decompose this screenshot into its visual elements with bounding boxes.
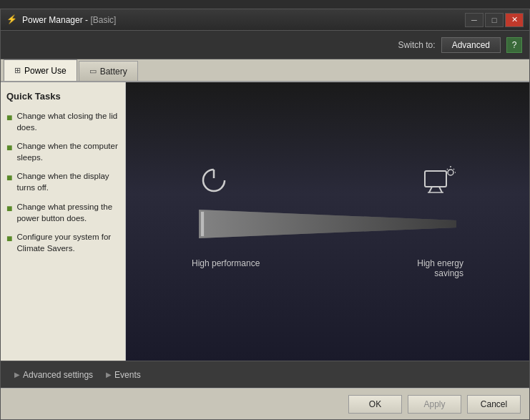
slider-thumb[interactable] (200, 211, 205, 237)
ok-button[interactable]: OK (348, 395, 402, 414)
tab-row: ⊞ Power Use ▭ Battery (1, 59, 529, 82)
bullet-icon: ■ (6, 171, 12, 185)
maximize-button[interactable]: □ (485, 13, 504, 27)
cancel-button[interactable]: Cancel (467, 395, 521, 414)
sidebar-item-sleep[interactable]: ■ Change when the computer sleeps. (6, 140, 119, 163)
apply-button[interactable]: Apply (408, 395, 461, 414)
advanced-settings-section[interactable]: ▶ Advanced settings (8, 365, 99, 385)
advanced-button[interactable]: Advanced (441, 37, 501, 53)
bottom-sections-bar: ▶ Advanced settings ▶ Events (1, 361, 529, 388)
sidebar-item-display[interactable]: ■ Change when the display turns off. (6, 170, 119, 193)
tab-battery-label: Battery (100, 67, 127, 77)
advanced-settings-arrow: ▶ (14, 371, 20, 379)
tab-power-use[interactable]: ⊞ Power Use (4, 59, 77, 81)
titlebar: ⚡ Power Manager - [Basic] ─ □ ✕ (1, 9, 529, 31)
label-high-performance: High performance (192, 258, 260, 278)
app-icon: ⚡ (6, 14, 18, 26)
help-button[interactable]: ? (506, 37, 522, 53)
power-slider-panel: High performance High energysavings (126, 82, 529, 361)
events-label: Events (114, 370, 141, 380)
bullet-icon: ■ (6, 202, 12, 216)
minimize-button[interactable]: ─ (465, 13, 484, 27)
wedge-graphic (199, 195, 456, 253)
main-content: Quick Tasks ■ Change what closing the li… (1, 82, 529, 361)
switch-label: Switch to: (398, 40, 436, 50)
svg-marker-12 (199, 210, 456, 238)
svg-line-3 (429, 187, 432, 192)
tab-battery[interactable]: ▭ Battery (79, 61, 138, 81)
svg-point-6 (448, 170, 453, 175)
events-arrow: ▶ (106, 371, 112, 379)
bottom-sections: ▶ Advanced settings ▶ Events (8, 365, 522, 385)
close-button[interactable]: ✕ (505, 13, 524, 27)
sidebar-item-power-button[interactable]: ■ Change what pressing the power button … (6, 201, 119, 224)
bullet-icon: ■ (6, 232, 12, 246)
bullet-icon: ■ (6, 141, 12, 155)
sidebar-title: Quick Tasks (6, 91, 119, 102)
power-use-icon: ⊞ (14, 66, 21, 75)
svg-line-9 (453, 169, 454, 170)
power-button-icon (199, 165, 229, 195)
events-section[interactable]: ▶ Events (99, 365, 147, 385)
advanced-settings-label: Advanced settings (23, 370, 93, 380)
window-title: Power Manager - [Basic] (22, 15, 465, 25)
battery-icon: ▭ (89, 67, 97, 76)
sidebar: Quick Tasks ■ Change what closing the li… (1, 82, 126, 361)
label-high-energy-savings: High energysavings (417, 258, 463, 278)
sidebar-item-lid[interactable]: ■ Change what closing the lid does. (6, 110, 119, 133)
energy-savings-icon (422, 165, 456, 195)
slider-area (199, 195, 456, 253)
svg-line-4 (439, 187, 442, 192)
window-controls: ─ □ ✕ (465, 13, 524, 27)
svg-line-10 (447, 169, 448, 170)
sidebar-item-climate[interactable]: ■ Configure your system for Climate Save… (6, 231, 119, 254)
high-energy-savings-section (422, 165, 456, 195)
footer: OK Apply Cancel (1, 388, 529, 419)
tab-power-use-label: Power Use (24, 66, 67, 76)
bullet-icon: ■ (6, 111, 12, 125)
high-performance-section (199, 165, 229, 195)
slider-labels: High performance High energysavings (192, 258, 463, 278)
svg-rect-2 (425, 171, 446, 187)
toolbar: Switch to: Advanced ? (1, 31, 529, 59)
power-manager-window: ⚡ Power Manager - [Basic] ─ □ ✕ Switch t… (0, 9, 530, 420)
